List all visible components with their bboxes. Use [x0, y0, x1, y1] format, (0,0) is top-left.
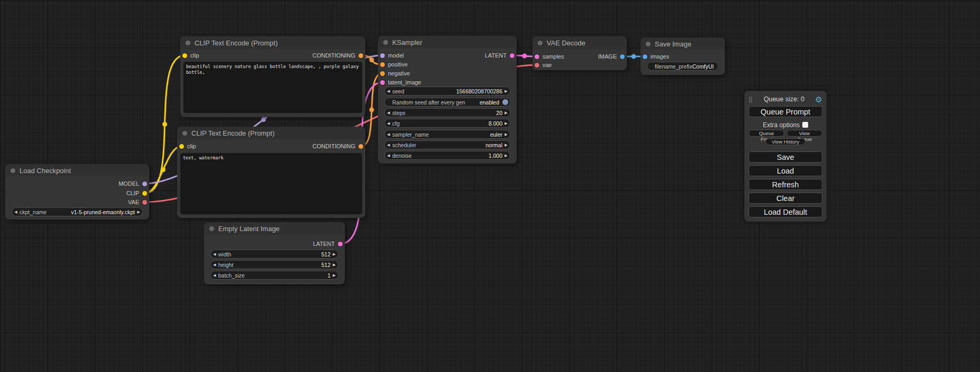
- node-title-bar[interactable]: CLIP Text Encode (Prompt): [177, 127, 365, 139]
- node-clip1[interactable]: CLIP Text Encode (Prompt)clipCONDITIONIN…: [180, 36, 365, 117]
- node-title-bar[interactable]: Save Image: [641, 37, 725, 50]
- link-midpoint-dot[interactable]: [632, 54, 636, 59]
- link-midpoint-dot[interactable]: [522, 54, 527, 59]
- node-vae_decode[interactable]: VAE DecodesamplesvaeIMAGE: [532, 36, 627, 70]
- widget-value: normal: [486, 142, 502, 148]
- clip1-prompt-textarea[interactable]: beautiful scenery nature glass bottle la…: [183, 62, 362, 113]
- queue-front-button[interactable]: Queue Front: [749, 130, 784, 137]
- link-midpoint-dot[interactable]: [161, 167, 166, 172]
- increment-arrow-icon[interactable]: ▶: [502, 151, 510, 159]
- collapse-dot-icon[interactable]: [646, 42, 651, 46]
- node-title-text: Load Checkpoint: [20, 167, 71, 175]
- input-slot-dot-model[interactable]: [380, 53, 385, 58]
- node-title-bar[interactable]: KSampler: [378, 36, 517, 49]
- drag-handle-icon[interactable]: ⣿: [749, 97, 753, 102]
- decrement-arrow-icon[interactable]: ◀: [211, 250, 218, 258]
- decrement-arrow-icon[interactable]: ◀: [211, 261, 218, 269]
- input-slot-dot-samples[interactable]: [535, 54, 539, 59]
- increment-arrow-icon[interactable]: ▶: [331, 250, 338, 258]
- collapse-dot-icon[interactable]: [538, 41, 542, 45]
- decrement-arrow-icon[interactable]: ◀: [385, 151, 392, 159]
- output-slot-dot-VAE[interactable]: [142, 200, 147, 205]
- increment-arrow-icon[interactable]: ▶: [331, 261, 338, 269]
- link-midpoint-dot[interactable]: [261, 117, 266, 122]
- ksampler-widget-cfg[interactable]: ◀cfg8.000▶: [384, 119, 510, 128]
- load_checkpoint-output-row-VAE: VAE: [125, 198, 148, 206]
- decrement-arrow-icon[interactable]: ◀: [385, 109, 392, 117]
- save-button[interactable]: Save: [749, 151, 822, 163]
- node-clip2[interactable]: CLIP Text Encode (Prompt)clipCONDITIONIN…: [177, 127, 365, 218]
- save_image-widget-filename_prefix[interactable]: filename_prefixComfyUI: [647, 62, 719, 71]
- ksampler-widget-scheduler[interactable]: ◀schedulernormal▶: [384, 140, 510, 149]
- toggle-knob[interactable]: [502, 99, 508, 105]
- increment-arrow-icon[interactable]: ▶: [331, 271, 338, 279]
- collapse-dot-icon[interactable]: [11, 168, 15, 173]
- queue-prompt-button[interactable]: Queue Prompt: [749, 106, 822, 117]
- settings-gear-icon[interactable]: ⚙: [816, 96, 822, 103]
- link-midpoint-dot[interactable]: [162, 122, 167, 127]
- collapse-dot-icon[interactable]: [383, 40, 388, 45]
- increment-arrow-icon[interactable]: ▶: [502, 141, 510, 149]
- load-default-button[interactable]: Load Default: [749, 206, 822, 217]
- input-slot-dot-latent_image[interactable]: [380, 80, 385, 85]
- output-slot-dot-IMAGE[interactable]: [620, 54, 625, 59]
- ksampler-widget-denoise[interactable]: ◀denoise1.000▶: [384, 151, 510, 160]
- input-slot-dot-clip[interactable]: [179, 144, 184, 149]
- empty_latent-widget-height[interactable]: ◀height512▶: [210, 260, 338, 269]
- node-title-bar[interactable]: VAE Decode: [532, 36, 627, 49]
- output-slot-dot-CONDITIONING[interactable]: [358, 144, 363, 149]
- collapse-dot-icon[interactable]: [209, 226, 214, 231]
- node-empty_latent[interactable]: Empty Latent ImageLATENT◀width512▶◀heigh…: [204, 222, 345, 284]
- increment-arrow-icon[interactable]: ▶: [502, 130, 510, 138]
- refresh-button[interactable]: Refresh: [749, 179, 822, 190]
- node-load_checkpoint[interactable]: Load CheckpointMODELCLIPVAE◀ckpt_namev1-…: [5, 164, 149, 220]
- decrement-arrow-icon[interactable]: ◀: [12, 208, 20, 216]
- decrement-arrow-icon[interactable]: ◀: [385, 130, 392, 138]
- output-slot-dot-CLIP[interactable]: [142, 191, 147, 196]
- decrement-arrow-icon[interactable]: ◀: [385, 87, 392, 95]
- collapse-dot-icon[interactable]: [182, 131, 187, 136]
- view-queue-button[interactable]: View Queue: [787, 130, 822, 137]
- decrement-arrow-icon[interactable]: ◀: [385, 119, 392, 127]
- node-save_image[interactable]: Save Imageimagesfilename_prefixComfyUI: [641, 37, 725, 75]
- decrement-arrow-icon[interactable]: ◀: [385, 141, 392, 149]
- view-history-button[interactable]: View History: [765, 138, 806, 145]
- ksampler-input-row-model: model: [380, 52, 406, 59]
- increment-arrow-icon[interactable]: ▶: [502, 109, 510, 117]
- ksampler-widget-sampler_name[interactable]: ◀sampler_nameeuler▶: [384, 130, 510, 139]
- output-slot-label: CONDITIONING: [313, 52, 355, 59]
- input-slot-dot-vae[interactable]: [535, 63, 539, 68]
- output-slot-dot-LATENT[interactable]: [510, 53, 515, 58]
- load-button[interactable]: Load: [749, 165, 822, 176]
- clear-button[interactable]: Clear: [749, 193, 822, 204]
- input-slot-label: model: [388, 52, 404, 59]
- node-ksampler[interactable]: KSamplermodelpositivenegativelatent_imag…: [378, 36, 517, 164]
- extra-options-checkbox[interactable]: [802, 122, 808, 128]
- ksampler-widget-random-seed-after-every-gen[interactable]: Random seed after every genenabled: [384, 98, 510, 107]
- input-slot-dot-clip[interactable]: [182, 53, 187, 58]
- decrement-arrow-icon[interactable]: ◀: [211, 271, 218, 279]
- input-slot-label: clip: [187, 143, 196, 149]
- empty_latent-widget-batch_size[interactable]: ◀batch_size1▶: [210, 271, 338, 280]
- input-slot-dot-positive[interactable]: [380, 62, 385, 67]
- collapse-dot-icon[interactable]: [186, 41, 190, 45]
- node-title-bar[interactable]: Empty Latent Image: [204, 222, 345, 235]
- increment-arrow-icon[interactable]: ▶: [502, 87, 510, 95]
- load_checkpoint-widget-ckpt_name[interactable]: ◀ckpt_namev1-5-pruned-emaonly.ckpt▶: [12, 207, 143, 216]
- output-slot-dot-CONDITIONING[interactable]: [358, 53, 363, 58]
- node-title-bar[interactable]: CLIP Text Encode (Prompt): [180, 36, 365, 49]
- increment-arrow-icon[interactable]: ▶: [502, 119, 510, 127]
- link-midpoint-dot[interactable]: [370, 108, 374, 112]
- link-midpoint-dot[interactable]: [370, 58, 374, 62]
- output-slot-dot-MODEL[interactable]: [142, 182, 147, 186]
- input-slot-dot-images[interactable]: [643, 54, 647, 59]
- node-title-bar[interactable]: Load Checkpoint: [5, 164, 149, 177]
- clip2-prompt-textarea[interactable]: text, watermark: [180, 153, 362, 214]
- input-slot-dot-negative[interactable]: [380, 71, 385, 76]
- output-slot-dot-LATENT[interactable]: [338, 242, 343, 246]
- empty_latent-widget-width[interactable]: ◀width512▶: [210, 250, 338, 259]
- ksampler-widget-steps[interactable]: ◀steps20▶: [384, 108, 510, 117]
- ksampler-widget-seed[interactable]: ◀seed156680208700286▶: [384, 87, 510, 96]
- increment-arrow-icon[interactable]: ▶: [135, 208, 142, 216]
- graph-canvas[interactable]: CLIP Text Encode (Prompt)clipCONDITIONIN…: [0, 0, 980, 372]
